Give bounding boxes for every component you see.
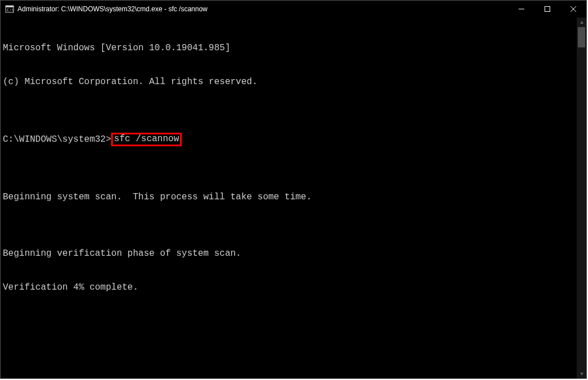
vertical-scrollbar[interactable] [577, 18, 586, 378]
window-controls [508, 1, 586, 18]
copyright-line: (c) Microsoft Corporation. All rights re… [3, 76, 574, 88]
scroll-up-button[interactable] [577, 18, 586, 27]
svg-rect-4 [545, 7, 550, 12]
verify-begin-line: Beginning verification phase of system s… [3, 248, 574, 259]
cmd-window: C:\ Administrator: C:\WINDOWS\system32\c… [0, 0, 587, 379]
scan-begin-line: Beginning system scan. This process will… [3, 191, 574, 203]
version-line: Microsoft Windows [Version 10.0.19041.98… [3, 42, 574, 54]
verify-progress-line: Verification 4% complete. [3, 282, 574, 293]
prompt-text: C:\WINDOWS\system32> [3, 134, 111, 145]
cmd-icon: C:\ [5, 5, 14, 14]
scroll-down-button[interactable] [577, 369, 586, 378]
terminal-output[interactable]: Microsoft Windows [Version 10.0.19041.98… [1, 18, 577, 378]
prompt-line: C:\WINDOWS\system32>sfc /scannow [3, 133, 574, 146]
scroll-thumb[interactable] [578, 27, 585, 47]
maximize-button[interactable] [534, 1, 560, 18]
window-title: Administrator: C:\WINDOWS\system32\cmd.e… [17, 5, 508, 13]
content-area: Microsoft Windows [Version 10.0.19041.98… [1, 18, 586, 378]
command-text: sfc /scannow [114, 134, 179, 144]
svg-marker-8 [580, 373, 583, 375]
svg-rect-1 [6, 6, 14, 7]
scroll-track[interactable] [577, 27, 586, 369]
svg-marker-7 [580, 21, 583, 24]
minimize-button[interactable] [508, 1, 534, 18]
close-button[interactable] [560, 1, 586, 18]
command-highlight: sfc /scannow [111, 133, 182, 146]
title-bar[interactable]: C:\ Administrator: C:\WINDOWS\system32\c… [1, 1, 586, 18]
svg-text:C:\: C:\ [7, 8, 14, 12]
